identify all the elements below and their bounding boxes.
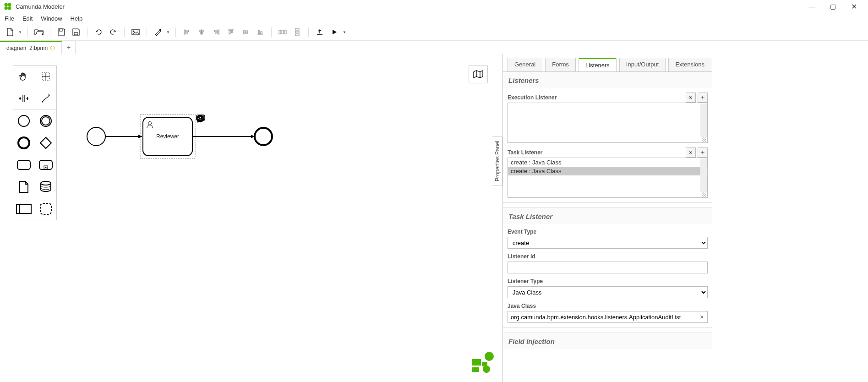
start-event[interactable]: [87, 127, 105, 146]
file-tab[interactable]: diagram_2.bpmn: [0, 41, 62, 54]
svg-point-3: [8, 6, 11, 10]
task-listener-item[interactable]: create : Java Class: [508, 167, 707, 175]
align-bottom-button[interactable]: [254, 26, 267, 38]
task-listener-remove-button[interactable]: ×: [686, 147, 696, 158]
annotation-icon[interactable]: [208, 126, 219, 137]
new-tab-button[interactable]: +: [62, 41, 76, 55]
run-dropdown-icon[interactable]: ▼: [343, 30, 346, 34]
editor-area: Reviewer Properties Panel General Forms: [0, 54, 868, 382]
align-left-button[interactable]: [180, 26, 193, 38]
save-as-button[interactable]: [70, 26, 82, 38]
task-listener-label: Task Listener: [508, 149, 684, 156]
camunda-logo-icon: [471, 351, 495, 373]
java-class-input[interactable]: [508, 311, 708, 323]
task-label: Reviewer: [143, 133, 192, 140]
connect-icon[interactable]: [196, 150, 207, 161]
svg-point-35: [485, 352, 494, 361]
file-tab-bar: diagram_2.bpmn +: [0, 40, 868, 54]
java-class-clear-button[interactable]: ×: [698, 313, 706, 321]
tab-input-output[interactable]: Input/Output: [619, 58, 666, 71]
deploy-button[interactable]: [313, 26, 326, 38]
append-intermediate-event-icon[interactable]: [196, 126, 207, 137]
event-type-select[interactable]: create: [508, 237, 708, 249]
file-tab-label: diagram_2.bpmn: [6, 45, 48, 51]
properties-panel: General Forms Listeners Input/Output Ext…: [502, 54, 868, 382]
svg-rect-13: [295, 31, 299, 33]
svg-rect-14: [295, 34, 299, 36]
window-minimize-button[interactable]: —: [801, 0, 822, 13]
svg-point-33: [197, 121, 199, 123]
field-injection-header: Field Injection: [503, 333, 712, 349]
save-button[interactable]: [55, 26, 68, 38]
distribute-v-button[interactable]: [291, 26, 304, 38]
app-logo-icon: [4, 2, 12, 11]
align-right-button[interactable]: [210, 26, 223, 38]
svg-point-1: [8, 3, 11, 7]
svg-point-37: [483, 366, 490, 373]
event-type-label: Event Type: [508, 229, 708, 235]
tab-listeners[interactable]: Listeners: [579, 58, 617, 71]
properties-panel-toggle[interactable]: Properties Panel: [492, 136, 502, 186]
window-close-button[interactable]: ✕: [843, 0, 864, 13]
svg-point-7: [133, 31, 135, 32]
image-button[interactable]: [129, 26, 142, 38]
tab-general[interactable]: General: [508, 58, 542, 71]
align-middle-button[interactable]: [239, 26, 252, 38]
window-maximize-button[interactable]: ▢: [822, 0, 843, 13]
color-dropdown-icon[interactable]: ▼: [166, 30, 170, 34]
trash-icon[interactable]: [208, 138, 219, 149]
svg-rect-4: [60, 29, 62, 31]
append-task-icon[interactable]: [220, 115, 231, 126]
unsaved-indicator-icon: [50, 46, 55, 50]
svg-point-8: [159, 29, 161, 31]
menu-file[interactable]: File: [5, 15, 14, 22]
task-listener-list[interactable]: create : Java Classcreate : Java Class: [508, 158, 708, 198]
redo-button[interactable]: [107, 26, 120, 38]
svg-rect-34: [472, 359, 481, 366]
menu-window[interactable]: Window: [41, 15, 62, 22]
task-listener-item[interactable]: create : Java Class: [508, 158, 707, 167]
listener-type-label: Listener Type: [508, 278, 708, 284]
listener-id-input[interactable]: [508, 262, 708, 273]
svg-rect-11: [284, 30, 286, 34]
svg-rect-36: [472, 367, 479, 372]
align-center-button[interactable]: [195, 26, 208, 38]
context-pad: [196, 115, 231, 161]
task-listener-detail-header: Task Listener: [503, 207, 712, 224]
run-button[interactable]: [328, 26, 341, 38]
properties-tabs: General Forms Listeners Input/Output Ext…: [503, 54, 712, 71]
execution-listener-list[interactable]: [508, 103, 708, 143]
append-gateway-icon[interactable]: [208, 115, 219, 126]
java-class-label: Java Class: [508, 303, 708, 309]
open-file-button[interactable]: [33, 26, 45, 38]
svg-point-2: [5, 6, 8, 10]
listeners-section-header: Listeners: [503, 72, 712, 88]
new-file-button[interactable]: [4, 26, 16, 38]
distribute-h-button[interactable]: [276, 26, 289, 38]
svg-point-0: [5, 3, 8, 7]
tab-extensions[interactable]: Extensions: [668, 58, 711, 71]
end-event[interactable]: [255, 128, 272, 145]
task-listener-add-button[interactable]: +: [698, 147, 708, 158]
svg-rect-12: [295, 28, 299, 30]
wrench-icon[interactable]: [196, 138, 207, 149]
execution-listener-add-button[interactable]: +: [698, 93, 708, 103]
menu-bar: File Edit Window Help: [0, 13, 868, 24]
toolbar: ▼ ▼ ▼: [0, 24, 868, 40]
new-file-dropdown-icon[interactable]: ▼: [18, 30, 22, 34]
title-bar: Camunda Modeler — ▢ ✕: [0, 0, 868, 13]
listener-id-label: Listener Id: [508, 253, 708, 260]
svg-rect-9: [279, 30, 281, 34]
execution-listener-remove-button[interactable]: ×: [686, 93, 696, 103]
undo-button[interactable]: [92, 26, 105, 38]
svg-rect-5: [74, 33, 78, 35]
app-title: Camunda Modeler: [16, 3, 65, 10]
color-button[interactable]: [152, 26, 164, 38]
listener-type-select[interactable]: Java Class: [508, 286, 708, 298]
menu-edit[interactable]: Edit: [22, 15, 33, 22]
svg-rect-38: [482, 362, 487, 366]
menu-help[interactable]: Help: [71, 15, 83, 22]
tab-forms[interactable]: Forms: [545, 58, 576, 71]
align-top-button[interactable]: [224, 26, 237, 38]
svg-rect-10: [282, 30, 284, 34]
